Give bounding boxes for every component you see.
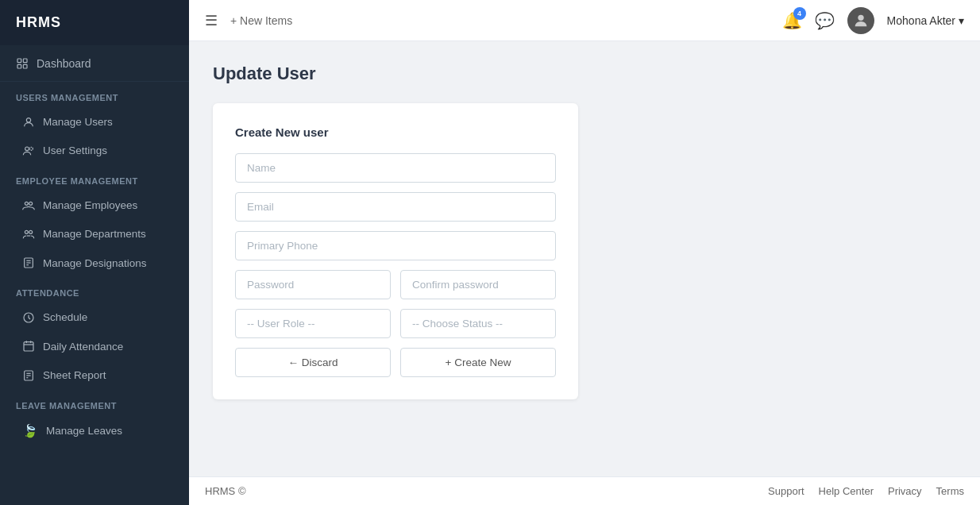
svg-rect-1 [23,59,27,63]
app-logo: HRMS [0,0,189,45]
dashboard-icon [16,56,29,70]
sidebar-item-manage-leaves[interactable]: 🍃 Manage Leaves [0,415,189,446]
user-name-button[interactable]: Mohona Akter ▾ [887,14,964,27]
daily-attendance-icon [22,340,35,353]
avatar [847,7,874,34]
dashboard-label: Dashboard [37,57,91,70]
svg-rect-2 [17,65,21,69]
footer: HRMS © Support Help Center Privacy Terms [189,476,980,505]
confirm-password-input[interactable] [400,270,556,299]
form-card-title: Create New user [235,125,556,139]
new-items-button[interactable]: + New Items [230,14,292,27]
sidebar-item-manage-users[interactable]: Manage Users [0,107,189,136]
choose-status-input[interactable] [400,309,556,338]
svg-point-24 [858,14,863,20]
svg-point-6 [29,148,33,151]
dropdown-chevron-icon: ▾ [959,14,964,27]
email-input[interactable] [235,192,556,222]
manage-designations-label: Manage Designations [43,257,147,269]
schedule-label: Schedule [43,311,87,323]
sidebar: HRMS Dashboard Users Management Manage U… [0,0,189,505]
footer-support-link[interactable]: Support [768,485,804,497]
discard-button[interactable]: ← Discard [235,348,391,377]
schedule-icon [22,310,35,323]
password-input[interactable] [235,270,391,299]
create-user-form-card: Create New user ← Discard + Create New [213,103,578,399]
hamburger-menu-icon[interactable]: ☰ [205,12,218,29]
sidebar-item-manage-departments[interactable]: Manage Departments [0,220,189,249]
chat-icon[interactable]: 💬 [815,11,835,30]
main-area: ☰ + New Items 🔔 4 💬 Mohona Akter ▾ Updat… [189,0,980,505]
section-employee-management: Employee Management [0,165,189,191]
phone-input[interactable] [235,231,556,260]
manage-leaves-icon: 🍃 [22,423,38,438]
notification-badge: 4 [793,7,806,20]
topbar: ☰ + New Items 🔔 4 💬 Mohona Akter ▾ [189,0,980,41]
sheet-report-icon [22,368,35,381]
role-status-row [235,309,556,338]
footer-helpcenter-link[interactable]: Help Center [819,485,874,497]
section-attendance: Attendance [0,277,189,303]
user-name-text: Mohona Akter [887,14,955,27]
password-row [235,270,556,299]
footer-links: Support Help Center Privacy Terms [768,485,964,497]
manage-users-label: Manage Users [43,116,113,128]
manage-designations-icon [22,256,35,269]
name-input[interactable] [235,153,556,183]
svg-point-9 [25,230,28,233]
svg-rect-0 [17,59,21,63]
form-actions: ← Discard + Create New [235,348,556,377]
svg-point-5 [25,147,29,151]
svg-point-8 [29,202,33,205]
content-area: Update User Create New user ← Discard + … [189,41,980,476]
notification-button[interactable]: 🔔 4 [782,11,802,30]
manage-users-icon [22,115,35,128]
sheet-report-label: Sheet Report [43,369,106,381]
sidebar-item-manage-employees[interactable]: Manage Employees [0,191,189,219]
svg-point-10 [29,230,33,233]
user-settings-icon [22,145,35,157]
sidebar-item-user-settings[interactable]: User Settings [0,137,189,165]
sidebar-item-dashboard[interactable]: Dashboard [0,45,189,82]
manage-leaves-label: Manage Leaves [46,425,122,437]
topbar-icons: 🔔 4 💬 Mohona Akter ▾ [782,7,964,34]
section-users-management: Users Management [0,82,189,107]
daily-attendance-label: Daily Attendance [43,341,123,353]
svg-point-7 [25,202,28,205]
footer-terms-link[interactable]: Terms [936,485,964,497]
section-leave-management: Leave Management [0,390,189,415]
footer-copy: HRMS © [205,485,245,497]
svg-rect-3 [23,65,27,69]
sidebar-item-daily-attendance[interactable]: Daily Attendance [0,332,189,360]
user-settings-label: User Settings [43,145,107,156]
svg-rect-16 [24,342,33,351]
svg-point-4 [26,118,30,121]
footer-privacy-link[interactable]: Privacy [888,485,922,497]
sidebar-item-sheet-report[interactable]: Sheet Report [0,360,189,389]
manage-departments-icon [22,228,35,241]
manage-departments-label: Manage Departments [43,228,146,240]
page-title: Update User [213,64,956,84]
sidebar-item-manage-designations[interactable]: Manage Designations [0,249,189,277]
manage-employees-icon [22,199,35,211]
create-button[interactable]: + Create New [400,348,556,377]
sidebar-item-schedule[interactable]: Schedule [0,303,189,331]
manage-employees-label: Manage Employees [43,199,137,211]
user-role-input[interactable] [235,309,391,338]
